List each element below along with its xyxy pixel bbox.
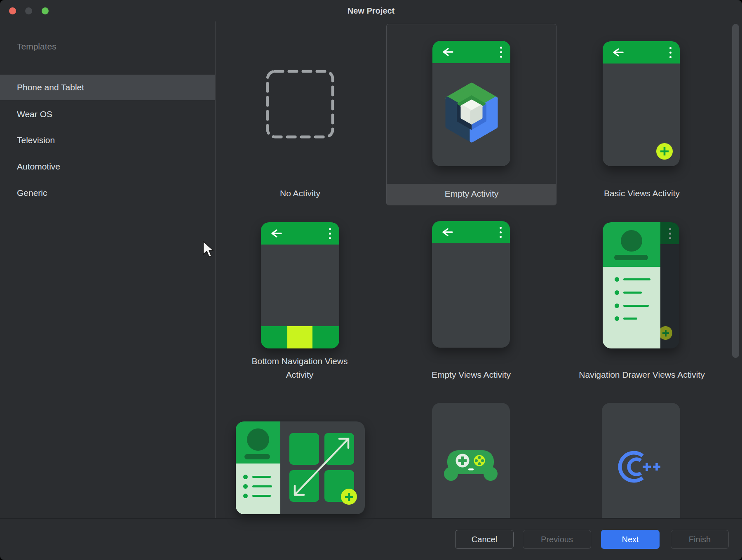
template-label: Empty Views Activity xyxy=(432,370,511,380)
template-card-native-cpp[interactable] xyxy=(556,403,727,518)
tablet-mockup xyxy=(236,421,365,514)
template-card-navigation-drawer-views-activity[interactable]: Navigation Drawer Views Activity xyxy=(556,206,727,388)
phone-mockup xyxy=(602,403,680,518)
template-label: Basic Views Activity xyxy=(604,188,680,198)
title-bar: New Project xyxy=(0,0,742,21)
back-arrow-icon xyxy=(611,47,625,59)
template-label-line2: Activity xyxy=(286,370,314,380)
phone-mockup xyxy=(603,41,680,166)
template-label: Navigation Drawer Views Activity xyxy=(579,370,704,380)
drawer-menu xyxy=(603,267,660,348)
cancel-button[interactable]: Cancel xyxy=(455,530,514,549)
dimmed-fab-plus-icon xyxy=(659,326,672,340)
app-bar xyxy=(432,221,510,243)
template-card-bottom-navigation-views-activity[interactable]: Bottom Navigation Views Activity xyxy=(215,206,386,388)
kebab-menu-icon xyxy=(669,47,672,58)
username-placeholder xyxy=(244,454,270,459)
drawer-header xyxy=(603,222,660,267)
avatar-icon xyxy=(247,428,269,451)
phone-mockup xyxy=(261,222,339,348)
bottom-nav-selected-segment xyxy=(287,326,312,348)
scrollbar-thumb[interactable] xyxy=(732,24,739,358)
template-label-line1: Bottom Navigation Views xyxy=(251,356,348,366)
new-project-dialog: New Project Templates Phone and Tablet W… xyxy=(0,0,742,560)
sidebar-item-phone-and-tablet[interactable]: Phone and Tablet xyxy=(0,75,215,100)
avatar-icon xyxy=(621,230,642,252)
template-card-empty-activity[interactable]: Empty Activity xyxy=(386,24,556,205)
template-card-no-activity[interactable]: No Activity xyxy=(215,24,386,205)
kebab-menu-icon xyxy=(500,227,502,238)
phone-mockup xyxy=(603,222,679,348)
dialog-title: New Project xyxy=(0,0,742,21)
compose-logo-icon xyxy=(445,82,498,143)
dashed-placeholder-icon xyxy=(265,69,335,141)
footer-divider xyxy=(0,518,742,519)
phone-mockup xyxy=(432,41,510,166)
panel-header xyxy=(236,421,280,464)
kebab-menu-icon xyxy=(500,47,502,58)
fab-plus-icon xyxy=(656,143,673,160)
navigation-drawer xyxy=(603,222,660,348)
template-label: No Activity xyxy=(280,188,320,198)
sidebar-item-television[interactable]: Television xyxy=(0,127,215,153)
finish-button[interactable]: Finish xyxy=(671,530,729,549)
cursor-pointer-icon xyxy=(202,240,214,260)
phone-mockup xyxy=(432,403,510,518)
kebab-menu-icon xyxy=(669,228,671,239)
gamepad-icon xyxy=(442,445,500,484)
tablet-side-panel xyxy=(236,421,280,514)
app-bar xyxy=(432,41,510,63)
back-arrow-icon xyxy=(441,47,455,59)
next-button[interactable]: Next xyxy=(601,530,660,549)
back-arrow-icon xyxy=(269,228,283,240)
sidebar-item-wear-os[interactable]: Wear OS xyxy=(0,101,215,127)
template-label: Empty Activity xyxy=(445,189,499,199)
app-bar xyxy=(261,222,339,245)
templates-header: Templates xyxy=(17,42,56,52)
template-card-empty-views-activity[interactable]: Empty Views Activity xyxy=(386,206,556,388)
kebab-menu-icon xyxy=(329,228,331,239)
previous-button[interactable]: Previous xyxy=(523,530,591,549)
sidebar-item-automotive[interactable]: Automotive xyxy=(0,154,215,179)
template-card-responsive-views-activity[interactable] xyxy=(215,403,386,518)
fab-plus-icon xyxy=(341,489,357,505)
username-placeholder xyxy=(614,255,648,260)
back-arrow-icon xyxy=(440,227,454,239)
phone-mockup xyxy=(432,221,510,348)
template-card-basic-views-activity[interactable]: Basic Views Activity xyxy=(556,24,727,205)
sidebar-item-generic[interactable]: Generic xyxy=(0,180,215,206)
panel-menu xyxy=(236,464,280,514)
bottom-nav-bar xyxy=(261,326,339,348)
app-bar xyxy=(603,41,680,64)
template-card-game-activity[interactable] xyxy=(386,403,556,518)
cpp-icon xyxy=(616,448,662,485)
